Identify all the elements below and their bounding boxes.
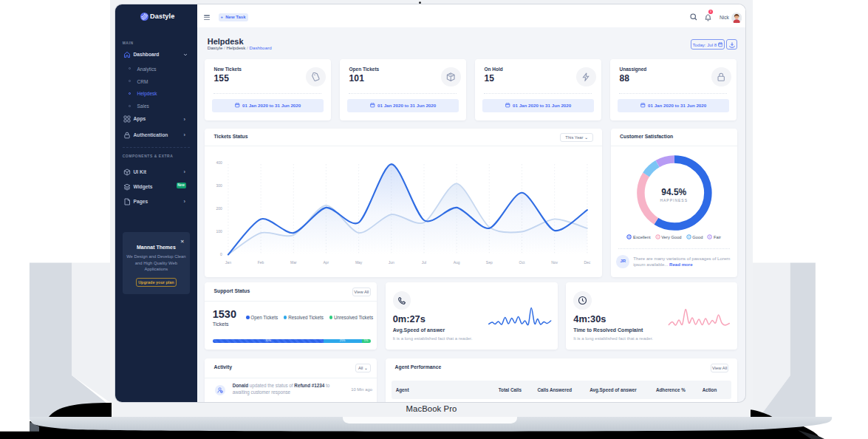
svg-text:Oct: Oct bbox=[519, 260, 525, 265]
svg-text:Jun: Jun bbox=[389, 260, 394, 265]
svg-text:Jan: Jan bbox=[225, 260, 231, 265]
svg-text:Sep: Sep bbox=[486, 260, 493, 265]
svg-text:Nov: Nov bbox=[551, 260, 558, 265]
svg-text:300: 300 bbox=[216, 183, 223, 188]
svg-text:Jul: Jul bbox=[422, 260, 426, 265]
svg-text:0: 0 bbox=[220, 252, 222, 256]
svg-text:Mar: Mar bbox=[290, 260, 297, 265]
svg-text:100: 100 bbox=[216, 229, 223, 234]
svg-text:Feb: Feb bbox=[258, 260, 264, 265]
svg-text:Dec: Dec bbox=[584, 260, 591, 265]
svg-text:Apr: Apr bbox=[324, 260, 329, 265]
svg-text:400: 400 bbox=[216, 160, 223, 165]
svg-text:May: May bbox=[355, 260, 363, 265]
svg-text:Aug: Aug bbox=[454, 260, 460, 265]
svg-text:200: 200 bbox=[216, 206, 223, 211]
